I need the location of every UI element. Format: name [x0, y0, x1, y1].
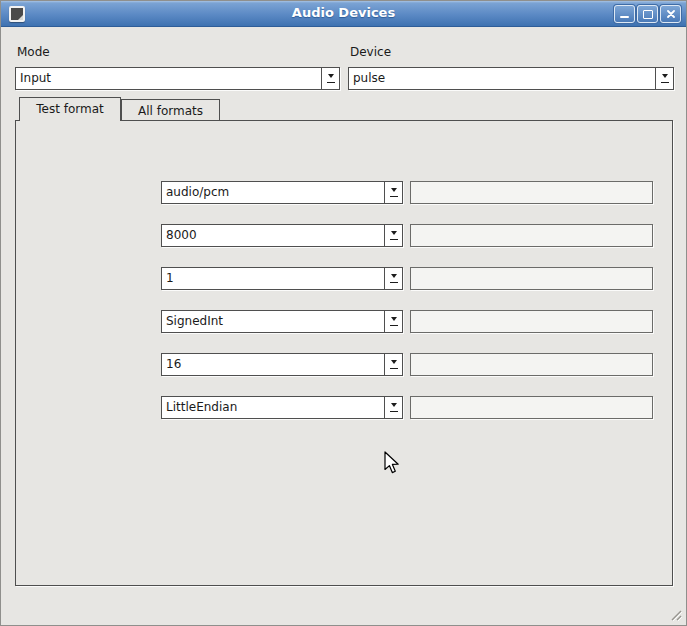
channels-select[interactable]: 1	[161, 267, 403, 290]
sampletype-value: SignedInt	[166, 314, 223, 328]
frequency-select[interactable]: 8000	[161, 224, 403, 247]
nearest-frequency-field	[410, 224, 653, 247]
minimize-button[interactable]	[614, 5, 635, 23]
window-title: Audio Devices	[1, 5, 686, 20]
endianess-select[interactable]: LittleEndian	[161, 396, 403, 419]
device-label: Device	[350, 45, 391, 59]
tab-all-formats[interactable]: All formats	[121, 99, 220, 120]
maximize-button[interactable]	[637, 5, 658, 23]
chevron-down-icon	[384, 182, 402, 203]
mode-select[interactable]: Input	[15, 67, 340, 90]
window-controls	[614, 5, 681, 23]
endianess-value: LittleEndian	[166, 400, 237, 414]
codec-select[interactable]: audio/pcm	[161, 181, 403, 204]
minimize-icon	[620, 16, 629, 18]
frequency-value: 8000	[166, 228, 197, 242]
nearest-endianess-field	[410, 396, 653, 419]
channels-value: 1	[166, 271, 174, 285]
chevron-down-icon	[321, 68, 339, 89]
samplesize-select[interactable]: 16	[161, 353, 403, 376]
chevron-down-icon	[384, 354, 402, 375]
chevron-down-icon	[384, 268, 402, 289]
nearest-codec-field	[410, 181, 653, 204]
close-button[interactable]	[660, 5, 681, 23]
mouse-cursor-icon	[383, 451, 405, 475]
nearest-channels-field	[410, 267, 653, 290]
nearest-sampletype-field	[410, 310, 653, 333]
chevron-down-icon	[384, 225, 402, 246]
audio-devices-window: Audio Devices Mode Input Device pulse Te…	[0, 0, 687, 626]
close-icon	[667, 10, 675, 18]
mode-value: Input	[20, 71, 51, 85]
chevron-down-icon	[384, 397, 402, 418]
codec-value: audio/pcm	[166, 185, 229, 199]
device-value: pulse	[353, 71, 385, 85]
tab-test-format-label: Test format	[20, 98, 120, 116]
device-select[interactable]: pulse	[348, 67, 674, 90]
tab-test-format[interactable]: Test format	[19, 97, 121, 121]
chevron-down-icon	[384, 311, 402, 332]
mode-label: Mode	[17, 45, 50, 59]
sampletype-select[interactable]: SignedInt	[161, 310, 403, 333]
nearest-samplesize-field	[410, 353, 653, 376]
tab-all-formats-label: All formats	[122, 100, 219, 118]
title-bar[interactable]: Audio Devices	[1, 1, 686, 27]
chevron-down-icon	[655, 68, 673, 89]
samplesize-value: 16	[166, 357, 181, 371]
maximize-icon	[643, 10, 653, 19]
resize-grip[interactable]	[668, 607, 682, 621]
